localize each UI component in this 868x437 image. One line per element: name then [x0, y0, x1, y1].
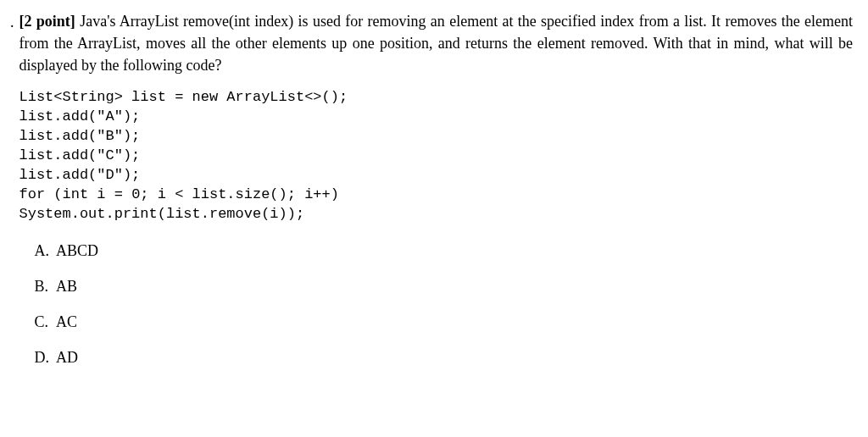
choice-text: ABCD [56, 242, 98, 259]
choice-label: C. [35, 311, 53, 333]
code-line-3: list.add("B"); [19, 128, 141, 144]
choice-label: D. [35, 346, 53, 368]
choice-label: A. [35, 240, 53, 262]
answer-choices: A. ABCD B. AB C. AC D. AD [19, 240, 854, 368]
choice-b[interactable]: B. AB [35, 275, 854, 297]
choice-label: B. [35, 275, 53, 297]
code-keyword-new: new [192, 89, 219, 105]
code-line-5: list.add("D"); [19, 167, 141, 183]
code-line-2: list.add("A"); [19, 108, 141, 124]
code-block: List<String> list = new ArrayList<>(); l… [19, 88, 854, 224]
choice-text: AD [56, 349, 78, 366]
question-body: [2 point] Java's ArrayList remove(int in… [19, 10, 854, 382]
code-line-1a: List<String> list = [19, 89, 192, 105]
question-container: . [2 point] Java's ArrayList remove(int … [10, 10, 853, 382]
choice-a[interactable]: A. ABCD [35, 240, 854, 262]
question-marker: . [10, 10, 14, 382]
code-line-4: list.add("C"); [19, 147, 141, 163]
code-keyword-for: for [19, 186, 46, 202]
choice-text: AB [56, 278, 77, 295]
code-keyword-int: int [63, 186, 89, 202]
prompt-text: Java's ArrayList remove(int index) is us… [19, 13, 854, 74]
choice-c[interactable]: C. AC [35, 311, 854, 333]
choice-text: AC [56, 313, 77, 330]
code-line-6d: i = 0; i < list.size(); i++) [88, 186, 339, 202]
choice-d[interactable]: D. AD [35, 346, 854, 368]
question-prompt: [2 point] Java's ArrayList remove(int in… [19, 10, 854, 76]
code-line-7: System.out.print(list.remove(i)); [19, 206, 305, 222]
code-line-1c: ArrayList<>(); [218, 89, 348, 105]
points-label: [2 point] [19, 13, 75, 30]
code-line-6b: ( [45, 186, 62, 202]
